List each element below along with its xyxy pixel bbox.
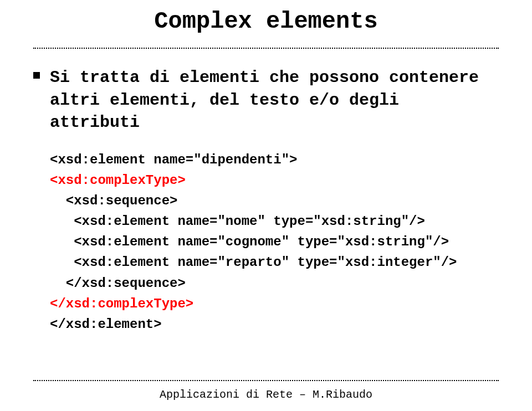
slide-content: Si tratta di elementi che possono conten… [33,66,499,335]
code-line: <xsd:element name="cognome" type="xsd:st… [50,232,499,252]
slide-title: Complex elements [0,8,532,35]
bullet-text: Si tratta di elementi che possono conten… [50,66,499,134]
code-block: <xsd:element name="dipendenti"> <xsd:com… [50,150,499,335]
code-line: <xsd:element name="nome" type="xsd:strin… [50,211,499,232]
code-line: </xsd:sequence> [50,273,499,294]
code-line: <xsd:complexType> [50,170,499,191]
code-line: <xsd:element name="dipendenti"> [50,150,499,170]
slide: Complex elements Si tratta di elementi c… [0,0,532,411]
code-line: </xsd:element> [50,314,499,335]
code-line: <xsd:sequence> [50,191,499,211]
footer-text: Applicazioni di Rete – M.Ribaudo [0,388,532,401]
code-line: </xsd:complexType> [50,294,499,314]
bullet-item: Si tratta di elementi che possono conten… [33,66,499,134]
bullet-square-icon [33,72,40,79]
code-line: <xsd:element name="reparto" type="xsd:in… [50,252,499,273]
divider-bottom [33,380,499,381]
divider-top [33,48,499,49]
